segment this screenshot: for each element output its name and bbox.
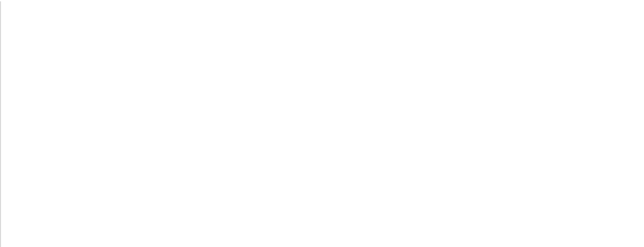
backtest-report <box>0 1 644 247</box>
